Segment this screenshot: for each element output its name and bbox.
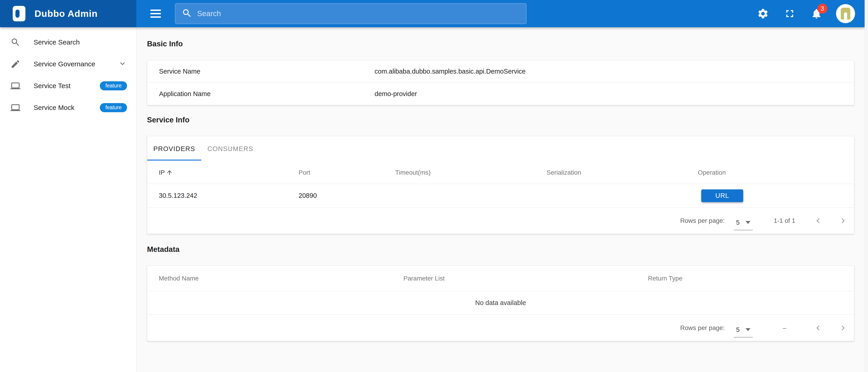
metadata-pagination: Rows per page: 5 – bbox=[147, 315, 854, 341]
rows-per-page-label: Rows per page: bbox=[680, 324, 724, 332]
column-header-method-name: Method Name bbox=[159, 275, 403, 282]
cell-ip: 30.5.123.242 bbox=[159, 192, 299, 199]
sidebar-item-label: Service Governance bbox=[34, 60, 95, 68]
info-row-application-name: Application Name demo-provider bbox=[147, 83, 854, 105]
column-header-operation[interactable]: Operation bbox=[698, 169, 854, 176]
empty-state-text: No data available bbox=[475, 299, 526, 307]
service-info-title: Service Info bbox=[147, 115, 854, 124]
search-icon bbox=[10, 37, 21, 47]
rows-per-page-label: Rows per page: bbox=[680, 217, 724, 224]
tab-providers[interactable]: PROVIDERS bbox=[147, 136, 201, 161]
service-info-tabs: PROVIDERS CONSUMERS bbox=[147, 136, 854, 161]
app-title: Dubbo Admin bbox=[34, 8, 98, 19]
basic-info-card: Service Name com.alibaba.dubbo.samples.b… bbox=[147, 60, 854, 105]
info-row-service-name: Service Name com.alibaba.dubbo.samples.b… bbox=[147, 60, 854, 83]
rows-per-page-select[interactable]: 5 bbox=[734, 325, 753, 338]
info-label: Service Name bbox=[147, 68, 375, 75]
menu-icon[interactable] bbox=[148, 6, 163, 22]
metadata-title: Metadata bbox=[147, 245, 854, 254]
providers-pagination: Rows per page: 5 1-1 of 1 bbox=[147, 207, 854, 234]
url-button[interactable]: URL bbox=[701, 190, 743, 202]
info-value: demo-provider bbox=[375, 90, 417, 98]
caret-down-icon bbox=[745, 328, 750, 331]
info-value: com.alibaba.dubbo.samples.basic.api.Demo… bbox=[375, 68, 526, 75]
column-header-return-type: Return Type bbox=[648, 275, 854, 282]
chevron-left-icon[interactable] bbox=[813, 323, 823, 333]
chevron-right-icon[interactable] bbox=[838, 216, 848, 226]
chevron-down-icon bbox=[118, 59, 127, 69]
sidebar-item-service-governance[interactable]: Service Governance bbox=[0, 53, 136, 75]
avatar[interactable] bbox=[836, 4, 855, 23]
sidebar-item-service-mock[interactable]: Service Mock feature bbox=[0, 97, 136, 119]
settings-gear-icon[interactable] bbox=[756, 6, 770, 21]
pagination-range: – bbox=[771, 324, 798, 332]
column-header-timeout[interactable]: Timeout(ms) bbox=[395, 169, 547, 176]
laptop-icon bbox=[10, 81, 21, 91]
service-info-card: PROVIDERS CONSUMERS IP Port Timeout(ms) … bbox=[147, 136, 854, 234]
sidebar: Service Search Service Governance Servic… bbox=[0, 27, 136, 372]
fullscreen-icon[interactable] bbox=[782, 6, 797, 21]
caret-down-icon bbox=[745, 221, 750, 224]
sidebar-item-service-test[interactable]: Service Test feature bbox=[0, 75, 136, 97]
main-content: Basic Info Service Name com.alibaba.dubb… bbox=[136, 27, 865, 372]
table-row: 30.5.123.242 20890 URL bbox=[147, 184, 854, 207]
app-bar-brand: Dubbo Admin bbox=[0, 0, 136, 27]
sidebar-item-label: Service Test bbox=[34, 82, 70, 90]
dubbo-logo-icon bbox=[13, 6, 25, 21]
laptop-icon bbox=[10, 103, 21, 113]
feature-badge: feature bbox=[100, 103, 127, 112]
providers-table-header: IP Port Timeout(ms) Serialization Operat… bbox=[147, 161, 854, 184]
column-header-ip[interactable]: IP bbox=[159, 169, 299, 176]
notification-count-badge: 3 bbox=[817, 4, 827, 13]
column-header-port[interactable]: Port bbox=[299, 169, 395, 176]
sort-arrow-up-icon bbox=[166, 169, 173, 176]
cell-port: 20890 bbox=[299, 192, 395, 199]
chevron-left-icon[interactable] bbox=[813, 216, 823, 226]
avatar-glyph-icon bbox=[841, 8, 850, 20]
sidebar-item-label: Service Mock bbox=[34, 104, 74, 112]
notifications-bell-icon[interactable]: 3 bbox=[809, 6, 824, 21]
sidebar-item-service-search[interactable]: Service Search bbox=[0, 31, 136, 53]
scrollbar-track[interactable] bbox=[865, 0, 868, 372]
search-input[interactable] bbox=[197, 9, 520, 18]
metadata-card: Method Name Parameter List Return Type N… bbox=[147, 265, 854, 341]
sidebar-item-label: Service Search bbox=[34, 38, 80, 46]
pencil-icon bbox=[10, 59, 21, 69]
info-label: Application Name bbox=[147, 90, 375, 98]
empty-state-row: No data available bbox=[147, 291, 854, 315]
basic-info-title: Basic Info bbox=[147, 39, 854, 48]
pagination-range: 1-1 of 1 bbox=[771, 217, 798, 224]
chevron-right-icon[interactable] bbox=[838, 323, 848, 333]
search-field[interactable] bbox=[175, 3, 527, 24]
column-header-serialization[interactable]: Serialization bbox=[547, 169, 698, 176]
column-header-parameter-list: Parameter List bbox=[403, 275, 648, 282]
app-bar: Dubbo Admin 3 bbox=[0, 0, 865, 27]
feature-badge: feature bbox=[100, 81, 127, 90]
rows-per-page-select[interactable]: 5 bbox=[734, 218, 753, 230]
tab-consumers[interactable]: CONSUMERS bbox=[201, 136, 259, 161]
metadata-table-header: Method Name Parameter List Return Type bbox=[147, 266, 854, 291]
search-icon bbox=[182, 8, 192, 19]
app-bar-main: 3 bbox=[136, 0, 865, 27]
app-bar-actions: 3 bbox=[756, 4, 855, 23]
